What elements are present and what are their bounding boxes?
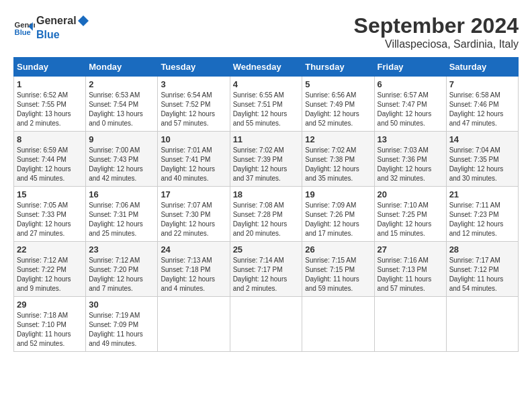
calendar-cell-w1-d3: 3Sunrise: 6:54 AMSunset: 7:52 PMDaylight… (158, 77, 230, 132)
calendar-cell-w4-d7: 28Sunrise: 7:17 AMSunset: 7:12 PMDayligh… (446, 242, 518, 297)
col-monday: Monday (86, 58, 158, 77)
day-number-10: 10 (161, 134, 226, 144)
day-info-5: Sunrise: 6:56 AMSunset: 7:49 PMDaylight:… (305, 91, 371, 128)
day-info-29: Sunrise: 7:18 AMSunset: 7:10 PMDaylight:… (17, 311, 83, 349)
day-number-1: 1 (17, 79, 83, 89)
calendar-cell-w2-d2: 9Sunrise: 7:00 AMSunset: 7:43 PMDaylight… (86, 132, 158, 187)
day-info-7: Sunrise: 6:58 AMSunset: 7:46 PMDaylight:… (449, 91, 515, 128)
day-info-28: Sunrise: 7:17 AMSunset: 7:12 PMDaylight:… (449, 256, 515, 293)
day-number-7: 7 (449, 79, 515, 89)
day-info-17: Sunrise: 7:07 AMSunset: 7:30 PMDaylight:… (161, 201, 226, 238)
day-number-30: 30 (89, 300, 154, 310)
day-info-19: Sunrise: 7:09 AMSunset: 7:26 PMDaylight:… (305, 201, 371, 238)
calendar-week-4: 22Sunrise: 7:12 AMSunset: 7:22 PMDayligh… (14, 242, 519, 297)
calendar-cell-w4-d4: 25Sunrise: 7:14 AMSunset: 7:17 PMDayligh… (230, 242, 302, 297)
day-number-15: 15 (17, 189, 83, 199)
calendar-cell-w3-d7: 21Sunrise: 7:11 AMSunset: 7:23 PMDayligh… (446, 187, 518, 242)
calendar-cell-w2-d3: 10Sunrise: 7:01 AMSunset: 7:41 PMDayligh… (158, 132, 230, 187)
calendar-cell-w2-d4: 11Sunrise: 7:02 AMSunset: 7:39 PMDayligh… (230, 132, 302, 187)
day-info-21: Sunrise: 7:11 AMSunset: 7:23 PMDaylight:… (449, 201, 515, 238)
calendar-cell-w3-d2: 16Sunrise: 7:06 AMSunset: 7:31 PMDayligh… (86, 187, 158, 242)
day-info-12: Sunrise: 7:02 AMSunset: 7:38 PMDaylight:… (305, 146, 371, 183)
day-info-6: Sunrise: 6:57 AMSunset: 7:47 PMDaylight:… (378, 91, 443, 128)
day-number-11: 11 (233, 134, 300, 144)
day-info-22: Sunrise: 7:12 AMSunset: 7:22 PMDaylight:… (17, 256, 83, 293)
col-friday: Friday (374, 58, 446, 77)
col-wednesday: Wednesday (230, 58, 302, 77)
day-info-10: Sunrise: 7:01 AMSunset: 7:41 PMDaylight:… (161, 146, 226, 183)
calendar-week-5: 29Sunrise: 7:18 AMSunset: 7:10 PMDayligh… (14, 297, 519, 352)
day-number-16: 16 (89, 189, 154, 199)
day-info-23: Sunrise: 7:12 AMSunset: 7:20 PMDaylight:… (89, 256, 154, 293)
day-number-29: 29 (17, 300, 83, 310)
calendar-cell-w2-d1: 8Sunrise: 6:59 AMSunset: 7:44 PMDaylight… (14, 132, 86, 187)
calendar-week-3: 15Sunrise: 7:05 AMSunset: 7:33 PMDayligh… (14, 187, 519, 242)
day-number-21: 21 (449, 189, 515, 199)
day-number-14: 14 (449, 134, 515, 144)
calendar-cell-w4-d3: 24Sunrise: 7:13 AMSunset: 7:18 PMDayligh… (158, 242, 230, 297)
day-info-30: Sunrise: 7:19 AMSunset: 7:09 PMDaylight:… (89, 311, 154, 349)
calendar-cell-w3-d6: 20Sunrise: 7:10 AMSunset: 7:25 PMDayligh… (374, 187, 446, 242)
logo: General Blue General Blue (13, 13, 90, 42)
day-info-15: Sunrise: 7:05 AMSunset: 7:33 PMDaylight:… (17, 201, 83, 238)
calendar-cell-w5-d5 (302, 297, 374, 352)
logo-icon: General Blue (13, 17, 35, 38)
day-info-20: Sunrise: 7:10 AMSunset: 7:25 PMDaylight:… (378, 201, 443, 238)
calendar-cell-w3-d3: 17Sunrise: 7:07 AMSunset: 7:30 PMDayligh… (158, 187, 230, 242)
day-info-11: Sunrise: 7:02 AMSunset: 7:39 PMDaylight:… (233, 146, 300, 183)
day-info-9: Sunrise: 7:00 AMSunset: 7:43 PMDaylight:… (89, 146, 154, 183)
day-info-13: Sunrise: 7:03 AMSunset: 7:36 PMDaylight:… (378, 146, 443, 183)
day-info-16: Sunrise: 7:06 AMSunset: 7:31 PMDaylight:… (89, 201, 154, 238)
day-info-14: Sunrise: 7:04 AMSunset: 7:35 PMDaylight:… (449, 146, 515, 183)
calendar-cell-w3-d1: 15Sunrise: 7:05 AMSunset: 7:33 PMDayligh… (14, 187, 86, 242)
calendar-week-2: 8Sunrise: 6:59 AMSunset: 7:44 PMDaylight… (14, 132, 519, 187)
day-info-4: Sunrise: 6:55 AMSunset: 7:51 PMDaylight:… (233, 91, 300, 128)
day-number-5: 5 (305, 79, 371, 89)
calendar-cell-w4-d2: 23Sunrise: 7:12 AMSunset: 7:20 PMDayligh… (86, 242, 158, 297)
day-number-24: 24 (161, 244, 226, 255)
calendar-cell-w5-d2: 30Sunrise: 7:19 AMSunset: 7:09 PMDayligh… (86, 297, 158, 352)
calendar-cell-w1-d4: 4Sunrise: 6:55 AMSunset: 7:51 PMDaylight… (230, 77, 302, 132)
day-number-9: 9 (89, 134, 154, 144)
col-tuesday: Tuesday (158, 58, 230, 77)
calendar-cell-w3-d4: 18Sunrise: 7:08 AMSunset: 7:28 PMDayligh… (230, 187, 302, 242)
day-number-17: 17 (161, 189, 226, 199)
day-number-26: 26 (305, 244, 371, 255)
day-number-6: 6 (378, 79, 443, 89)
day-info-24: Sunrise: 7:13 AMSunset: 7:18 PMDaylight:… (161, 256, 226, 293)
calendar-cell-w1-d6: 6Sunrise: 6:57 AMSunset: 7:47 PMDaylight… (374, 77, 446, 132)
calendar-cell-w1-d7: 7Sunrise: 6:58 AMSunset: 7:46 PMDaylight… (446, 77, 518, 132)
day-number-13: 13 (378, 134, 443, 144)
day-info-3: Sunrise: 6:54 AMSunset: 7:52 PMDaylight:… (161, 91, 226, 128)
col-saturday: Saturday (446, 58, 518, 77)
calendar-cell-w5-d1: 29Sunrise: 7:18 AMSunset: 7:10 PMDayligh… (14, 297, 86, 352)
calendar-cell-w4-d1: 22Sunrise: 7:12 AMSunset: 7:22 PMDayligh… (14, 242, 86, 297)
day-info-18: Sunrise: 7:08 AMSunset: 7:28 PMDaylight:… (233, 201, 300, 238)
day-info-27: Sunrise: 7:16 AMSunset: 7:13 PMDaylight:… (378, 256, 443, 293)
logo-blue-text: Blue (36, 29, 60, 40)
day-number-12: 12 (305, 134, 371, 144)
day-number-27: 27 (378, 244, 443, 255)
logo-flag-icon (77, 14, 90, 28)
calendar-cell-w1-d5: 5Sunrise: 6:56 AMSunset: 7:49 PMDaylight… (302, 77, 374, 132)
calendar-cell-w2-d6: 13Sunrise: 7:03 AMSunset: 7:36 PMDayligh… (374, 132, 446, 187)
month-year: September 2024 (354, 13, 519, 38)
day-info-2: Sunrise: 6:53 AMSunset: 7:54 PMDaylight:… (89, 91, 154, 128)
calendar-cell-w1-d1: 1Sunrise: 6:52 AMSunset: 7:55 PMDaylight… (14, 77, 86, 132)
svg-text:Blue: Blue (15, 28, 31, 36)
day-number-4: 4 (233, 79, 300, 89)
calendar-table: Sunday Monday Tuesday Wednesday Thursday… (13, 57, 519, 352)
calendar-cell-w5-d7 (446, 297, 518, 352)
day-info-1: Sunrise: 6:52 AMSunset: 7:55 PMDaylight:… (17, 91, 83, 128)
calendar-cell-w4-d5: 26Sunrise: 7:15 AMSunset: 7:15 PMDayligh… (302, 242, 374, 297)
day-info-25: Sunrise: 7:14 AMSunset: 7:17 PMDaylight:… (233, 256, 300, 293)
day-number-23: 23 (89, 244, 154, 255)
day-number-2: 2 (89, 79, 154, 89)
svg-marker-3 (78, 15, 89, 26)
col-thursday: Thursday (302, 58, 374, 77)
day-number-28: 28 (449, 244, 515, 255)
calendar-cell-w5-d3 (158, 297, 230, 352)
day-number-18: 18 (233, 189, 300, 199)
calendar-cell-w1-d2: 2Sunrise: 6:53 AMSunset: 7:54 PMDaylight… (86, 77, 158, 132)
header: General Blue General Blue September 2024… (13, 13, 519, 50)
